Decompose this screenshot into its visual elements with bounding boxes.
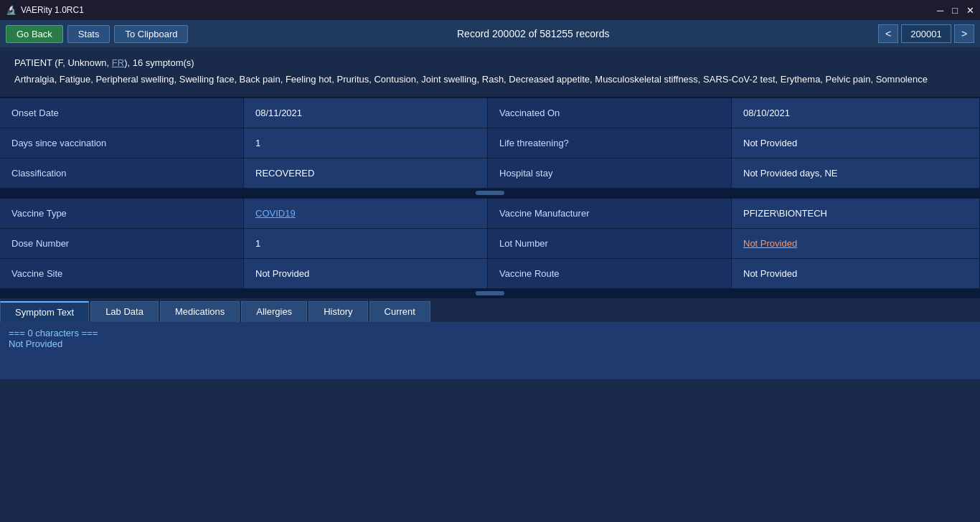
go-back-button[interactable]: Go Back: [6, 25, 63, 43]
nav-prev-button[interactable]: <: [878, 24, 898, 43]
classification-label: Classification: [0, 158, 244, 189]
tab-medications[interactable]: Medications: [160, 301, 240, 322]
vaccine-manufacturer-label: Vaccine Manufacturer: [488, 199, 732, 229]
vaccinated-on-value: 08/10/2021: [732, 98, 980, 128]
app-icon: 🔬: [6, 5, 17, 15]
content-line1: === 0 characters ===: [9, 328, 971, 338]
clinical-grid: Onset Date 08/11/2021 Vaccinated On 08/1…: [0, 97, 980, 189]
classification-value: RECOVERED: [244, 158, 488, 189]
tab-current[interactable]: Current: [369, 301, 430, 322]
tab-symptom-text[interactable]: Symptom Text: [0, 301, 89, 322]
vaccine-type-value[interactable]: COVID19: [244, 199, 488, 229]
lot-number-label: Lot Number: [488, 229, 732, 259]
title-bar: 🔬 VAERity 1.0RC1 ─ □ ✕: [0, 0, 980, 20]
app-title: VAERity 1.0RC1: [21, 5, 84, 15]
patient-info-suffix: ), 16 symptom(s): [124, 57, 194, 68]
content-area: === 0 characters === Not Provided: [0, 322, 980, 379]
vaccine-route-value: Not Provided: [732, 259, 980, 289]
tab-lab-data[interactable]: Lab Data: [90, 301, 159, 322]
patient-link[interactable]: FR: [112, 57, 124, 68]
patient-symptoms: Arthralgia, Fatigue, Peripheral swelling…: [14, 72, 966, 87]
content-line2: Not Provided: [9, 338, 971, 349]
record-info: Record 200002 of 581255 records: [192, 28, 874, 39]
divider-2: [0, 289, 980, 298]
days-vacc-label: Days since vaccination: [0, 128, 244, 158]
vaccinated-on-label: Vaccinated On: [488, 98, 732, 128]
stats-button[interactable]: Stats: [67, 25, 110, 43]
nav-record-input[interactable]: [901, 24, 951, 43]
tabs-bar: Symptom TextLab DataMedicationsAllergies…: [0, 298, 980, 322]
divider-handle-2[interactable]: [476, 291, 504, 295]
toolbar: Go Back Stats To Clipboard Record 200002…: [0, 20, 980, 47]
patient-info-prefix: PATIENT (F, Unknown,: [14, 57, 112, 68]
divider-handle-1[interactable]: [476, 191, 504, 195]
nav-controls: < >: [878, 24, 974, 43]
tab-history[interactable]: History: [308, 301, 367, 322]
vaccine-site-label: Vaccine Site: [0, 259, 244, 289]
clipboard-button[interactable]: To Clipboard: [114, 25, 188, 43]
hospital-stay-value: Not Provided days, NE: [732, 158, 980, 189]
maximize-button[interactable]: □: [952, 5, 958, 16]
hospital-stay-label: Hospital stay: [488, 158, 732, 189]
dose-number-label: Dose Number: [0, 229, 244, 259]
nav-next-button[interactable]: >: [954, 24, 974, 43]
lot-number-value[interactable]: Not Provided: [732, 229, 980, 259]
patient-section: PATIENT (F, Unknown, FR), 16 symptom(s) …: [0, 47, 980, 97]
patient-title: PATIENT (F, Unknown, FR), 16 symptom(s): [14, 57, 966, 68]
vaccine-manufacturer-value: PFIZER\BIONTECH: [732, 199, 980, 229]
vaccine-grid: Vaccine Type COVID19 Vaccine Manufacture…: [0, 197, 980, 289]
dose-number-value: 1: [244, 229, 488, 259]
vaccine-site-value: Not Provided: [244, 259, 488, 289]
minimize-button[interactable]: ─: [937, 5, 943, 16]
days-vacc-value: 1: [244, 128, 488, 158]
vaccine-type-label: Vaccine Type: [0, 199, 244, 229]
life-threatening-label: Life threatening?: [488, 128, 732, 158]
close-button[interactable]: ✕: [966, 5, 974, 16]
tab-allergies[interactable]: Allergies: [241, 301, 307, 322]
life-threatening-value: Not Provided: [732, 128, 980, 158]
divider-1: [0, 189, 980, 197]
vaccine-route-label: Vaccine Route: [488, 259, 732, 289]
onset-date-value: 08/11/2021: [244, 98, 488, 128]
onset-date-label: Onset Date: [0, 98, 244, 128]
